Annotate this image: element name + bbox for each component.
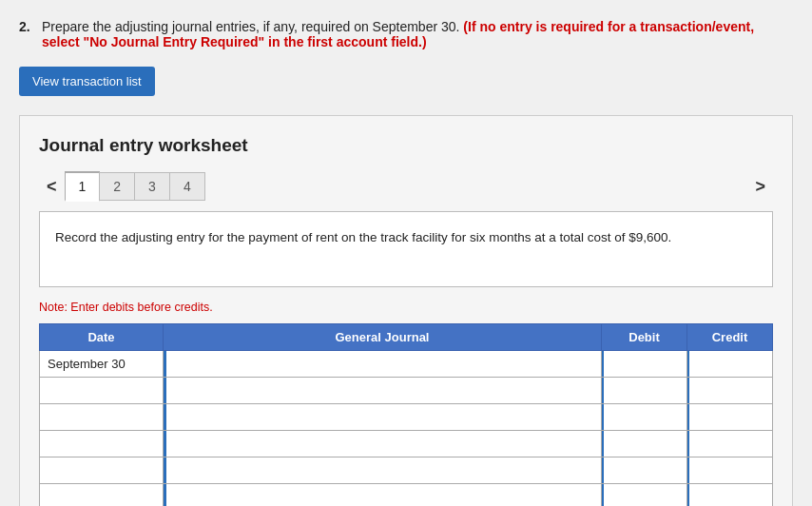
table-row — [40, 404, 773, 431]
tab-1[interactable]: 1 — [65, 171, 101, 202]
date-cell-1 — [40, 378, 164, 404]
next-tab-button[interactable]: > — [747, 173, 773, 201]
note-text: Note: Enter debits before credits. — [39, 301, 773, 314]
credit-input-1[interactable] — [687, 378, 772, 403]
table-row — [40, 431, 773, 457]
credit-cell-0[interactable] — [687, 351, 773, 378]
debit-input-4[interactable] — [602, 457, 686, 483]
debit-input-5[interactable] — [602, 484, 686, 506]
header-credit: Credit — [687, 324, 773, 351]
tab-2[interactable]: 2 — [99, 172, 135, 201]
credit-input-4[interactable] — [687, 457, 772, 483]
tab-navigation: < 1 2 3 4 > — [39, 171, 773, 202]
debit-cell-5[interactable] — [602, 484, 687, 507]
general-journal-cell-3[interactable] — [164, 431, 602, 457]
general-journal-input-5[interactable] — [164, 484, 601, 506]
credit-input-2[interactable] — [687, 404, 772, 430]
general-journal-cell-4[interactable] — [164, 457, 602, 484]
header-debit: Debit — [602, 324, 687, 351]
journal-table: Date General Journal Debit Credit Septem… — [39, 323, 773, 506]
question-text-normal: Prepare the adjusting journal entries, i… — [42, 19, 459, 34]
header-date: Date — [40, 324, 164, 351]
date-cell-0: September 30 — [40, 351, 164, 378]
table-row: September 30 — [40, 351, 773, 378]
debit-input-2[interactable] — [602, 404, 686, 430]
credit-input-0[interactable] — [687, 351, 772, 377]
debit-input-3[interactable] — [602, 431, 686, 457]
date-cell-3 — [40, 431, 164, 457]
general-journal-cell-0[interactable] — [164, 351, 602, 378]
debit-cell-0[interactable] — [602, 351, 687, 378]
table-row — [40, 484, 773, 507]
description-box: Record the adjusting entry for the payme… — [39, 211, 773, 287]
table-row — [40, 457, 773, 484]
general-journal-input-4[interactable] — [164, 457, 601, 483]
table-row — [40, 378, 773, 404]
table-header-row: Date General Journal Debit Credit — [40, 324, 773, 351]
header-general-journal: General Journal — [164, 324, 602, 351]
debit-cell-2[interactable] — [602, 404, 687, 431]
view-transaction-button[interactable]: View transaction list — [19, 67, 155, 96]
general-journal-input-1[interactable] — [164, 378, 601, 403]
credit-cell-2[interactable] — [687, 404, 773, 431]
debit-input-0[interactable] — [602, 351, 686, 377]
worksheet-title: Journal entry worksheet — [39, 135, 773, 156]
credit-cell-5[interactable] — [687, 484, 773, 507]
question-text: Prepare the adjusting journal entries, i… — [42, 19, 793, 49]
question-number: 2. — [19, 19, 36, 34]
date-cell-5 — [40, 484, 164, 507]
credit-input-3[interactable] — [687, 431, 772, 457]
debit-cell-1[interactable] — [602, 378, 687, 404]
tab-4[interactable]: 4 — [169, 172, 205, 201]
general-journal-cell-5[interactable] — [164, 484, 602, 507]
general-journal-input-0[interactable] — [164, 351, 601, 377]
debit-cell-4[interactable] — [602, 457, 687, 484]
debit-cell-3[interactable] — [602, 431, 687, 457]
description-text: Record the adjusting entry for the payme… — [55, 230, 671, 244]
prev-tab-button[interactable]: < — [39, 173, 65, 201]
date-cell-4 — [40, 457, 164, 484]
page-container: 2. Prepare the adjusting journal entries… — [19, 19, 793, 506]
general-journal-cell-1[interactable] — [164, 378, 602, 404]
general-journal-input-2[interactable] — [164, 404, 601, 430]
question-header: 2. Prepare the adjusting journal entries… — [19, 19, 793, 49]
credit-cell-3[interactable] — [687, 431, 773, 457]
credit-cell-4[interactable] — [687, 457, 773, 484]
worksheet-container: Journal entry worksheet < 1 2 3 4 > Reco… — [19, 115, 793, 506]
credit-input-5[interactable] — [687, 484, 772, 506]
tab-3[interactable]: 3 — [134, 172, 170, 201]
general-journal-cell-2[interactable] — [164, 404, 602, 431]
general-journal-input-3[interactable] — [164, 431, 601, 457]
credit-cell-1[interactable] — [687, 378, 773, 404]
date-cell-2 — [40, 404, 164, 431]
debit-input-1[interactable] — [602, 378, 686, 403]
